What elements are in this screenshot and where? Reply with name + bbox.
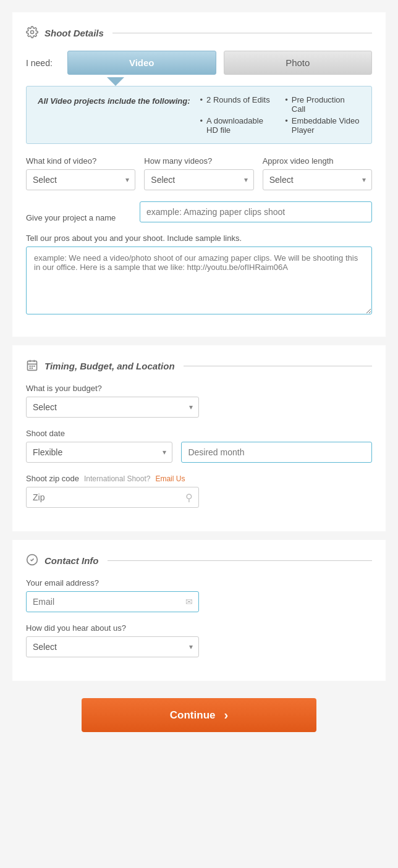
- approx-length-label: Approx video length: [263, 156, 372, 166]
- project-name-label: Give your project a name: [26, 213, 116, 222]
- bullet-1: • 2 Rounds of Edits: [200, 95, 276, 114]
- shoot-date-label: Shoot date: [26, 429, 372, 438]
- section-divider-line: [112, 33, 372, 33]
- shoot-date-select[interactable]: Flexible: [26, 442, 172, 463]
- timing-budget-section: Timing, Budget, and Location What is you…: [12, 345, 386, 531]
- project-name-input[interactable]: [140, 201, 372, 222]
- chevron-right-icon: ›: [224, 708, 228, 722]
- video-toggle-button[interactable]: Video: [67, 51, 216, 75]
- how-hear-group: How did you hear about us? Select: [26, 623, 199, 657]
- i-need-row: I need: Video Photo: [26, 51, 372, 75]
- shoot-details-header: Shoot Details: [26, 26, 372, 40]
- gear-icon: [26, 26, 40, 40]
- shoot-description-input[interactable]: [26, 246, 372, 314]
- what-kind-select[interactable]: Select: [26, 169, 135, 190]
- budget-group: What is your budget? Select: [26, 384, 199, 418]
- budget-label: What is your budget?: [26, 384, 199, 393]
- bullet-4: • Embeddable Video Player: [285, 116, 360, 135]
- contact-info-header: Contact Info: [26, 554, 372, 567]
- contact-info-title: Contact Info: [44, 555, 99, 566]
- email-input-wrapper: ✉: [26, 591, 199, 612]
- continue-button[interactable]: Continue ›: [82, 698, 316, 732]
- svg-point-0: [31, 31, 34, 34]
- timing-budget-title: Timing, Budget, and Location: [44, 361, 175, 371]
- desired-month-input[interactable]: [181, 442, 372, 463]
- zip-label-row: Shoot zip code International Shoot? Emai…: [26, 474, 199, 483]
- video-info-box: All Video projects include the following…: [26, 86, 372, 144]
- shoot-description-label: Tell our pros about you and your shoot. …: [26, 234, 372, 243]
- photo-toggle-button[interactable]: Photo: [224, 51, 373, 75]
- email-us-link[interactable]: Email Us: [155, 474, 185, 483]
- what-kind-label: What kind of video?: [26, 156, 135, 166]
- info-box-inner: All Video projects include the following…: [38, 95, 360, 135]
- shoot-date-select-wrapper: Flexible: [26, 442, 172, 463]
- email-input[interactable]: [26, 591, 199, 612]
- bullet-2: • Pre Production Call: [285, 95, 360, 114]
- i-need-label: I need:: [26, 58, 60, 68]
- shoot-details-section: Shoot Details I need: Video Photo All Vi…: [12, 12, 386, 337]
- what-kind-group: What kind of video? Select: [26, 156, 135, 190]
- info-box-bullets: • 2 Rounds of Edits • Pre Production Cal…: [200, 95, 360, 135]
- timing-budget-header: Timing, Budget, and Location: [26, 359, 372, 373]
- approx-length-group: Approx video length Select: [263, 156, 372, 190]
- project-name-input-group: [140, 201, 372, 222]
- bullet-3: • A downloadable HD file: [200, 116, 276, 135]
- how-many-group: How many videos? Select: [144, 156, 253, 190]
- email-group: Your email address? ✉: [26, 578, 199, 612]
- tab-arrow-indicator: [26, 77, 372, 86]
- contact-info-section: Contact Info Your email address? ✉ How d…: [12, 540, 386, 681]
- how-many-select-wrapper: Select: [144, 169, 253, 190]
- zip-input-wrapper: ⚲: [26, 487, 199, 508]
- how-hear-select-wrapper: Select: [26, 636, 199, 657]
- budget-select[interactable]: Select: [26, 397, 199, 418]
- how-many-label: How many videos?: [144, 156, 253, 166]
- info-box-label: All Video projects include the following…: [38, 95, 190, 107]
- section-divider-line-2: [184, 366, 372, 366]
- shoot-description-group: Tell our pros about you and your shoot. …: [26, 234, 372, 314]
- section-divider-line-3: [108, 560, 373, 561]
- calendar-icon: [26, 359, 40, 373]
- budget-select-wrapper: Select: [26, 397, 199, 418]
- zip-hint: International Shoot?: [84, 474, 150, 483]
- project-name-row: Give your project a name: [26, 201, 372, 222]
- shoot-date-row: Flexible: [26, 442, 372, 463]
- continue-button-label: Continue: [170, 709, 216, 722]
- what-kind-select-wrapper: Select: [26, 169, 135, 190]
- shoot-details-title: Shoot Details: [44, 28, 104, 38]
- shoot-date-group: Shoot date Flexible: [26, 429, 372, 463]
- continue-btn-row: Continue ›: [12, 698, 386, 732]
- project-name-label-container: Give your project a name: [26, 213, 131, 222]
- how-many-select[interactable]: Select: [144, 169, 253, 190]
- zip-input[interactable]: [26, 487, 199, 508]
- email-label: Your email address?: [26, 578, 199, 588]
- desired-month-wrapper: [181, 442, 372, 463]
- approx-length-select[interactable]: Select: [263, 169, 372, 190]
- how-hear-select[interactable]: Select: [26, 636, 199, 657]
- video-options-row: What kind of video? Select How many vide…: [26, 156, 372, 190]
- location-icon: ⚲: [185, 492, 193, 504]
- zip-label: Shoot zip code: [26, 474, 79, 483]
- zip-group: Shoot zip code International Shoot? Emai…: [26, 474, 199, 508]
- approx-length-select-wrapper: Select: [263, 169, 372, 190]
- email-icon: ✉: [185, 597, 193, 607]
- circle-check-icon: [26, 554, 40, 567]
- how-hear-label: How did you hear about us?: [26, 623, 199, 633]
